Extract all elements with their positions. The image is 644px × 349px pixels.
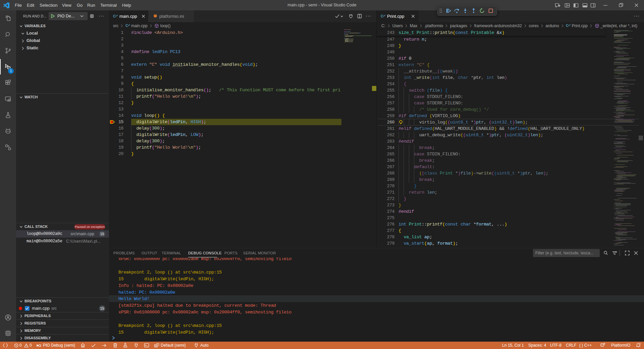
svg-text:C: C (566, 23, 569, 28)
svg-text:C: C (125, 23, 128, 28)
svg-text:C: C (113, 14, 116, 18)
svg-text:C: C (381, 14, 383, 18)
